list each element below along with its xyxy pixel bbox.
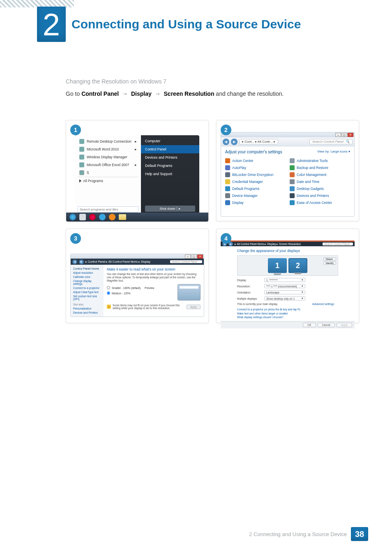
sidebar-link[interactable]: Adjust ClearType text <box>73 291 101 294</box>
sidebar-link[interactable]: Personalization <box>73 307 101 310</box>
cancel-button[interactable]: Cancel <box>318 323 335 327</box>
display-arrangement[interactable]: 1 2 Detect Identify <box>237 255 338 276</box>
breadcrumb[interactable]: ▸ All Control Panel Items ▸ Display ▸ Sc… <box>235 243 301 246</box>
all-programs[interactable]: All Programs <box>78 177 138 185</box>
control-panel-item[interactable]: Devices and Printers <box>290 193 350 198</box>
sidebar-link[interactable]: Connect to a projector <box>73 287 101 289</box>
ok-button[interactable]: OK <box>303 323 316 327</box>
minimize-button[interactable]: – <box>335 133 341 137</box>
apply-button[interactable]: Apply <box>187 305 201 309</box>
orientation-select[interactable]: Landscape▾ <box>264 290 305 294</box>
control-panel-item[interactable]: Device Manager <box>225 193 286 198</box>
ie-icon[interactable] <box>99 214 106 220</box>
control-panel-item[interactable]: Desktop Gadgets <box>290 186 350 191</box>
start-menu-program[interactable]: Remote Desktop Connection▸ <box>78 138 138 145</box>
forward-button[interactable]: ► <box>231 139 238 145</box>
monitor-1-icon[interactable]: 1 <box>268 258 287 273</box>
multiple-displays-select[interactable]: Show desktop only on 1▾ <box>264 296 305 301</box>
control-panel-item[interactable]: Administrative Tools <box>290 158 350 163</box>
forward-button[interactable]: ► <box>79 259 84 264</box>
apply-button[interactable]: Apply <box>337 323 352 327</box>
sidebar-link[interactable]: Devices and Printers <box>73 311 101 314</box>
maximize-button[interactable]: ◻ <box>191 254 197 259</box>
sidebar-home[interactable]: Control Panel Home <box>73 267 101 270</box>
page-number: 38 <box>351 527 368 541</box>
chapter-title: Connecting and Using a Source Device <box>71 17 301 31</box>
start-right-item[interactable]: Computer <box>141 137 199 145</box>
control-panel-item[interactable]: Backup and Restore <box>290 165 350 170</box>
start-menu-program[interactable]: S <box>78 169 138 176</box>
taskbar-icon[interactable] <box>79 214 86 220</box>
control-panel-item[interactable]: Color Management <box>290 172 350 177</box>
sidebar-link[interactable]: Set custom text size (DPI) <box>73 295 101 301</box>
breadcrumb[interactable]: ▸ Control Panel ▸ All Control Panel Item… <box>85 260 150 264</box>
start-menu-program[interactable]: Microsoft Office Excel 2007▸ <box>78 161 138 169</box>
start-menu-program[interactable]: Microsoft Word 2010▸ <box>78 146 138 153</box>
start-orb-icon[interactable] <box>69 214 76 220</box>
back-button[interactable]: ◄ <box>72 259 77 264</box>
close-button[interactable]: ✕ <box>197 254 203 259</box>
warning-icon: ! <box>107 305 111 309</box>
control-panel-item[interactable]: Display <box>225 200 286 205</box>
page-footer: 2 Connecting and Using a Source Device 3… <box>249 527 368 541</box>
radio-medium[interactable] <box>107 291 110 295</box>
back-button[interactable]: ◄ <box>223 139 229 145</box>
radio-smaller[interactable] <box>107 286 110 289</box>
advanced-settings-link[interactable]: Advanced settings <box>312 303 334 305</box>
path-display: Display <box>131 90 152 97</box>
start-menu-left: Remote Desktop Connection▸ Microsoft Wor… <box>75 135 141 215</box>
shutdown-button[interactable]: Shut down▸ <box>145 206 195 212</box>
control-panel-item[interactable]: Action Center <box>225 158 286 163</box>
wmp-icon[interactable] <box>109 214 115 220</box>
control-panel-item[interactable]: Ease of Access Center <box>290 200 350 205</box>
detect-button[interactable]: Detect <box>323 257 336 261</box>
help-link[interactable]: What display settings should I choose? <box>237 316 338 319</box>
control-panel-item[interactable]: Credential Manager <box>225 179 286 184</box>
start-right-item-control-panel[interactable]: Control Panel <box>141 145 199 153</box>
step-badge-3: 3 <box>70 233 81 244</box>
step-3-panel: 3 – ◻ ✕ ◄ ► ▸ Control Panel ▸ All Contro… <box>66 229 209 323</box>
control-panel-item[interactable]: Default Programs <box>225 186 286 191</box>
start-right-item[interactable]: Devices and Printers <box>141 153 199 162</box>
step-badge-2: 2 <box>221 125 231 135</box>
dialog-footer: OK Cancel Apply <box>221 321 355 328</box>
label-multiple: Multiple displays: <box>237 297 260 300</box>
breadcrumb[interactable]: ▸ Cont... ▸ All Contr... ▸ <box>239 139 278 144</box>
label-resolution: Resolution: <box>237 285 260 288</box>
control-panel-item[interactable]: Date and Time <box>290 179 350 184</box>
sidebar: Control Panel Home Adjust resolution Cal… <box>71 265 104 317</box>
close-button[interactable]: ✕ <box>348 133 353 137</box>
view-by-dropdown[interactable]: View by: Large icons ▾ <box>317 150 350 153</box>
text-size-link[interactable]: Make text and other items larger or smal… <box>237 312 338 315</box>
main-display-note: This is currently your main display. <box>237 303 278 305</box>
start-right-item[interactable]: Default Programs <box>141 162 199 170</box>
control-panel-item[interactable]: AutoPlay <box>225 165 286 170</box>
control-panel-window: – ◻ ✕ ◄ ► ▸ Cont... ▸ All Contr... ▸ Sea… <box>221 132 355 217</box>
projector-link[interactable]: Connect to a projector (or press the ⊞ k… <box>237 308 338 311</box>
sr-title: Change the appearance of your displays <box>237 249 338 253</box>
sidebar-link[interactable]: Calibrate color <box>73 275 101 278</box>
monitor-preview-icon <box>178 284 201 301</box>
start-right-item[interactable]: Help and Support <box>141 170 199 178</box>
sidebar-link[interactable]: Change display settings <box>73 280 101 285</box>
search-input[interactable]: Search Control Panel <box>170 260 202 263</box>
start-search-input[interactable] <box>78 206 138 213</box>
control-panel-item[interactable]: BitLocker Drive Encryption <box>225 172 286 177</box>
search-input[interactable]: Search Control Panel🔍 <box>309 139 353 144</box>
window-titlebar: – ◻ ✕ <box>221 132 354 137</box>
chapter-number: 2 <box>37 7 66 42</box>
start-menu-program[interactable]: Wireless Display Manager <box>78 153 138 161</box>
identify-button[interactable]: Identify <box>323 261 336 265</box>
maximize-button[interactable]: ◻ <box>341 133 347 137</box>
arrow-icon: → <box>122 90 128 97</box>
display-select[interactable]: 1. ********▾ <box>264 278 305 282</box>
resolution-select[interactable]: **** x **** (recommended)▾ <box>264 284 305 288</box>
monitor-2-icon[interactable]: 2 <box>288 258 307 273</box>
explorer-icon[interactable] <box>119 214 126 220</box>
taskbar-icon[interactable] <box>89 214 96 220</box>
sidebar-link[interactable]: Adjust resolution <box>73 271 101 274</box>
search-input[interactable]: Search Control Panel <box>323 243 353 245</box>
start-menu-right: Computer Control Panel Devices and Print… <box>141 135 199 215</box>
minimize-button[interactable]: – <box>185 254 191 259</box>
nav-bar: ◄ ► ▸ Cont... ▸ All Contr... ▸ Search Co… <box>221 137 354 146</box>
